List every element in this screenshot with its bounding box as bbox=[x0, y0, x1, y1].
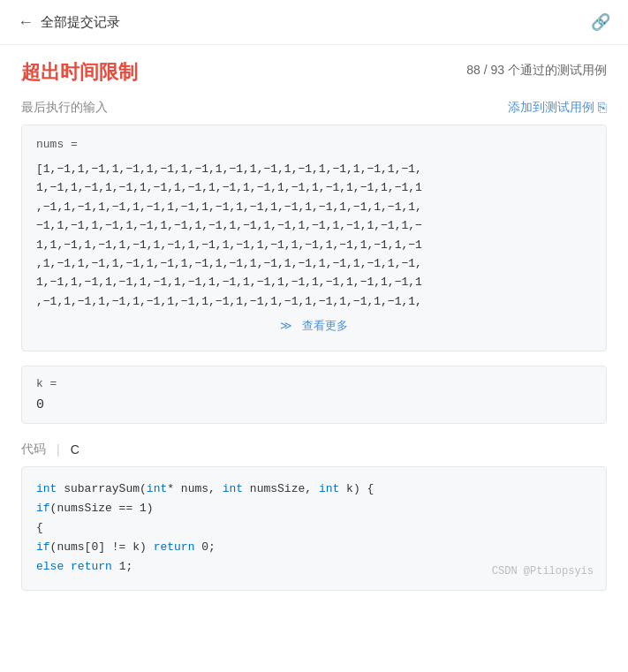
array-value: [1,−1,1,−1,1,−1,1,−1,1,−1,1,−1,1,−1,1,−1… bbox=[36, 160, 592, 312]
k-input-box: k = 0 bbox=[21, 366, 607, 424]
code-line-2: if(numsSize == 1) bbox=[36, 499, 592, 518]
back-button[interactable]: ← bbox=[18, 13, 34, 32]
add-test-label: 添加到测试用例 bbox=[508, 100, 594, 116]
k-value: 0 bbox=[36, 397, 592, 412]
code-line-3: { bbox=[36, 518, 592, 538]
code-label: 代码 bbox=[21, 442, 46, 457]
add-to-test-button[interactable]: 添加到测试用例 ⎘ bbox=[508, 100, 607, 116]
test-pass-count: 88 / 93 个通过的测试用例 bbox=[466, 59, 607, 79]
header: ← 全部提交记录 🔗 bbox=[0, 0, 628, 45]
code-line-1: int subarraySum(int* nums, int numsSize,… bbox=[36, 479, 592, 499]
k-var-name: k = bbox=[36, 377, 592, 390]
last-input-label: 最后执行的输入 bbox=[21, 100, 108, 116]
divider: | bbox=[57, 442, 60, 457]
show-more-button[interactable]: ≫ 查看更多 bbox=[36, 311, 592, 340]
code-lang: C bbox=[71, 442, 79, 457]
code-line-4: if(nums[0] != k) return 0; bbox=[36, 538, 592, 557]
header-title: 全部提交记录 bbox=[41, 14, 120, 31]
show-more-icon: ≫ bbox=[280, 320, 292, 333]
link-icon[interactable]: 🔗 bbox=[591, 12, 610, 32]
header-left: ← 全部提交记录 bbox=[18, 13, 120, 32]
last-input-header: 最后执行的输入 添加到测试用例 ⎘ bbox=[21, 100, 607, 116]
main-content: 超出时间限制 88 / 93 个通过的测试用例 最后执行的输入 添加到测试用例 … bbox=[0, 45, 628, 605]
watermark: CSDN @Ptilopsyis bbox=[492, 563, 594, 580]
code-box: int subarraySum(int* nums, int numsSize,… bbox=[21, 466, 607, 590]
nums-var-name: nums = bbox=[36, 136, 592, 155]
show-more-label: 查看更多 bbox=[302, 320, 348, 333]
add-test-icon: ⎘ bbox=[598, 100, 607, 116]
status-row: 超出时间限制 88 / 93 个通过的测试用例 bbox=[21, 59, 607, 86]
status-text: 超出时间限制 bbox=[21, 59, 138, 86]
nums-input-box: nums = [1,−1,1,−1,1,−1,1,−1,1,−1,1,−1,1,… bbox=[21, 125, 607, 351]
code-section-header: 代码 | C bbox=[21, 442, 607, 457]
